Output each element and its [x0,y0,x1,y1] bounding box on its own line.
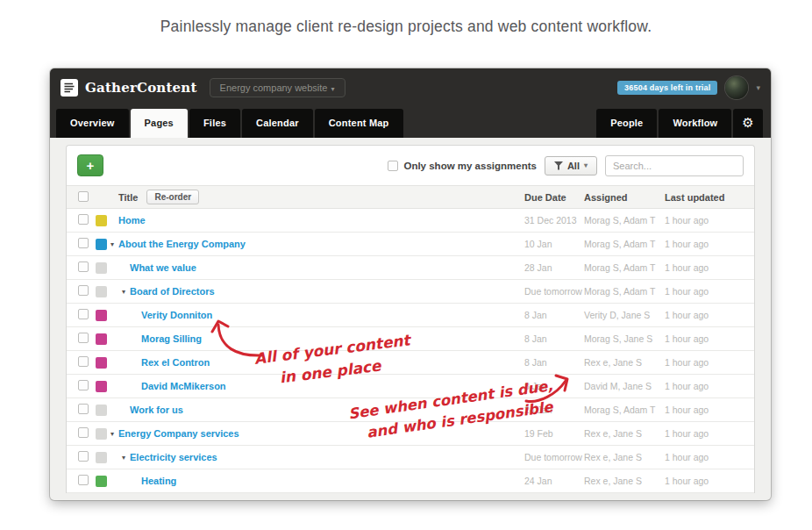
only-my-assignments-label[interactable]: Only show my assignments [388,161,536,171]
tab-calendar[interactable]: Calendar [242,109,313,138]
row-checkbox[interactable] [78,214,89,225]
settings-gear-tab[interactable]: ⚙ [733,109,763,138]
row-assigned: Morag S, Adam T [584,262,665,273]
row-assigned: Verity D, Jane S [584,310,665,320]
row-updated: 1 hour ago [665,357,742,368]
pages-panel: + Only show my assignments All ▾ [66,145,755,493]
row-checkbox[interactable] [78,380,89,390]
page-title-link[interactable]: About the Energy Company [118,239,246,249]
tab-files[interactable]: Files [189,109,240,138]
row-checkbox[interactable] [78,475,89,485]
trial-days-badge: 36504 days left in trial [617,81,717,95]
collapse-caret-icon[interactable]: ▾ [110,430,118,438]
page-title-link[interactable]: What we value [130,262,196,273]
gear-icon: ⚙ [742,115,754,130]
tab-content-map[interactable]: Content Map [315,109,403,138]
row-updated: 1 hour ago [665,428,742,439]
chevron-down-icon: ▾ [584,161,588,169]
page-headline: Painlessly manage client re-design proje… [0,18,812,36]
row-color-swatch [96,381,107,392]
row-due: 24 Jan [524,405,584,415]
page-title-link[interactable]: Work for us [130,405,183,415]
main-tabbar: OverviewPagesFilesCalendarContent Map Pe… [50,107,771,138]
row-checkbox[interactable] [78,285,89,296]
row-checkbox[interactable] [78,261,89,272]
brand-name: GatherContent [85,80,197,96]
row-color-swatch [96,428,107,440]
page-title-link[interactable]: Energy Company services [118,428,239,439]
table-row: Work for us24 JanMorag S, Adam T1 hour a… [67,398,754,422]
row-updated: 1 hour ago [665,452,742,462]
table-header-row: Title Re-order Due Date Assigned Last up… [67,185,754,209]
table-row: What we value28 JanMorag S, Adam T1 hour… [67,256,754,280]
row-updated: 1 hour ago [665,262,742,273]
collapse-caret-icon[interactable]: ▾ [122,288,130,296]
project-selector-dropdown[interactable]: Energy company website▾ [210,78,345,97]
row-assigned: Morag S, Adam T [584,215,665,226]
page-title-link[interactable]: Heating [141,476,176,486]
user-avatar[interactable] [725,76,748,99]
collapse-caret-icon[interactable]: ▾ [110,240,118,248]
document-icon [61,79,78,97]
row-checkbox[interactable] [78,333,89,343]
tab-pages[interactable]: Pages [131,109,188,138]
tabs-right: PeopleWorkflow [596,109,733,138]
plus-icon: + [87,158,95,173]
page-title-link[interactable]: Electricity services [130,452,217,462]
tabs-left: OverviewPagesFilesCalendarContent Map [56,109,405,138]
row-assigned: Morag S, Adam T [584,286,665,297]
row-due: Due tomorrow [524,452,584,462]
last-updated-column-header: Last updated [665,192,742,203]
row-due: 8 Jan [524,333,584,344]
row-due: 10 Jan [524,239,584,249]
row-assigned: Rex e, Jane S [584,428,665,439]
row-due: 31 Dec 2013 [524,215,584,226]
table-row: Morag Silling8 JanMorag S, Jane S1 hour … [67,327,754,351]
row-updated: 1 hour ago [665,239,742,249]
row-color-swatch [96,333,107,345]
only-my-assignments-checkbox[interactable] [388,161,398,171]
row-assigned: Rex e, Jane S [584,357,665,368]
row-checkbox[interactable] [78,451,89,462]
tab-overview[interactable]: Overview [56,109,129,138]
page-title-link[interactable]: Home [118,215,146,226]
app-window: GatherContent Energy company website▾ 36… [50,68,771,500]
row-color-swatch [96,452,107,463]
assigned-column-header: Assigned [584,192,665,203]
row-assigned: Morag S, Jane S [584,333,665,344]
collapse-caret-icon[interactable]: ▾ [122,454,130,462]
brand-logo: GatherContent [61,79,197,97]
content-area: + Only show my assignments All ▾ [50,138,771,493]
row-assigned: Morag S, Adam T [584,239,665,249]
row-color-swatch [96,357,107,369]
funnel-icon [554,161,563,170]
row-checkbox[interactable] [78,404,89,414]
row-updated: 1 hour ago [665,476,742,486]
user-menu-caret-icon[interactable]: ▾ [756,83,760,92]
row-checkbox[interactable] [78,238,89,248]
page: Painlessly manage client re-design proje… [0,0,812,530]
row-checkbox[interactable] [78,309,89,319]
row-checkbox[interactable] [78,356,89,367]
page-title-link[interactable]: Board of Directors [130,286,215,297]
row-due: 24 Jan [524,476,584,486]
search-input[interactable] [605,155,744,176]
pages-toolbar: + Only show my assignments All ▾ [67,146,754,185]
tab-workflow[interactable]: Workflow [659,109,731,138]
table-body: Home31 Dec 2013Morag S, Adam T1 hour ago… [67,209,754,493]
add-page-button[interactable]: + [77,154,103,176]
reorder-button[interactable]: Re-order [146,190,199,204]
due-date-column-header: Due Date [524,192,584,203]
row-updated: 1 hour ago [665,333,742,344]
row-due: Due tomorrow [524,286,584,297]
filter-all-dropdown[interactable]: All ▾ [545,156,597,175]
row-checkbox[interactable] [78,427,89,438]
page-title-link[interactable]: Morag Silling [141,333,202,344]
tab-people[interactable]: People [596,109,657,138]
chevron-down-icon: ▾ [331,85,334,93]
select-all-checkbox[interactable] [78,191,89,202]
row-color-swatch [96,405,107,416]
page-title-link[interactable]: Rex el Contron [141,357,210,368]
page-title-link[interactable]: David McMikerson [141,381,226,391]
page-title-link[interactable]: Verity Donniton [141,310,212,320]
